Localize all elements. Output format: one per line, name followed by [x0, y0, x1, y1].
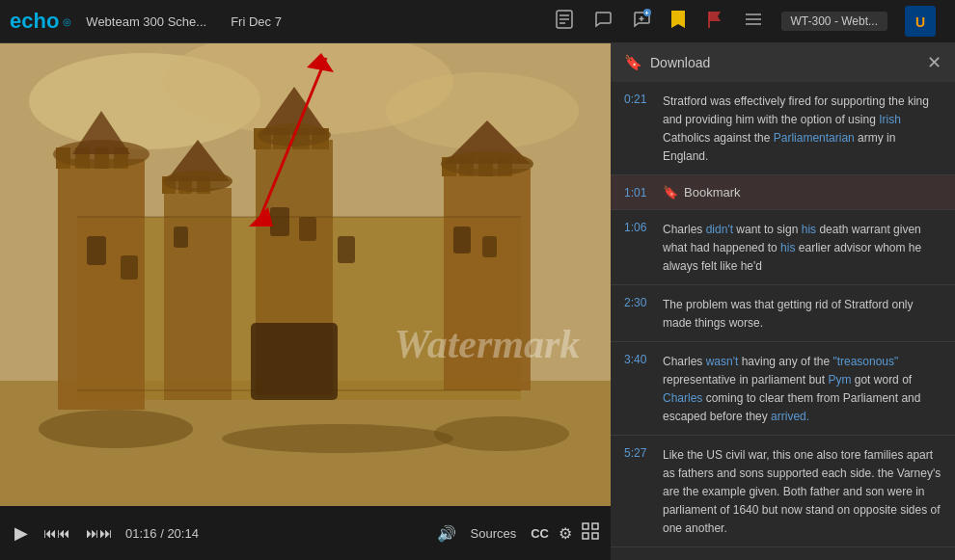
- svg-rect-67: [583, 533, 588, 539]
- item-content: 🔖 Bookmark: [663, 185, 941, 200]
- timeline-item-bookmark[interactable]: 1:01 🔖 Bookmark: [611, 175, 955, 210]
- settings-button[interactable]: ⚙: [559, 524, 572, 543]
- svg-rect-66: [592, 523, 598, 529]
- video-controls: ▶ ⏮⏮ ⏭⏭ 01:16 / 20:14 🔊 Sources CC ⚙: [0, 506, 611, 560]
- item-text: Like the US civil war, this one also tor…: [663, 448, 941, 535]
- timestamp: 5:27: [624, 445, 651, 537]
- timeline-item[interactable]: 5:27 Like the US civil war, this one als…: [611, 436, 955, 547]
- timeline-item[interactable]: 7:15 Edmund Varney carried Charles' pers…: [611, 547, 955, 560]
- item-text: Stratford was effectively fired for supp…: [663, 94, 929, 163]
- video-frame: Watermark: [0, 43, 611, 506]
- timestamp: 1:06: [624, 220, 651, 275]
- timeline-list: 0:21 Stratford was effectively fired for…: [611, 82, 955, 560]
- timestamp: 3:40: [624, 352, 651, 425]
- panel-close-button[interactable]: ✕: [927, 52, 941, 73]
- timestamp: 0:21: [624, 92, 651, 165]
- cc-button[interactable]: CC: [531, 526, 549, 541]
- echo-logo: echo ◎: [10, 9, 71, 34]
- panel-bookmark-icon: 🔖: [624, 54, 642, 71]
- video-area: Watermark ▶ ⏮⏮ ⏭⏭ 01:16 / 20:14 🔊 Source…: [0, 43, 611, 560]
- svg-rect-68: [592, 533, 598, 539]
- timeline-item[interactable]: 2:30 The problem was that getting rid of…: [611, 285, 955, 342]
- item-text: Charles didn't want to sign his death wa…: [663, 223, 921, 273]
- fullscreen-button[interactable]: [582, 522, 599, 544]
- item-content: Stratford was effectively fired for supp…: [663, 92, 941, 165]
- timestamp: 1:01: [624, 185, 651, 200]
- tab-label[interactable]: WT-300 - Webt...: [781, 12, 887, 31]
- timeline-item[interactable]: 3:40 Charles wasn't having any of the "t…: [611, 342, 955, 436]
- timestamp: 2:30: [624, 295, 651, 332]
- sources-button[interactable]: Sources: [466, 526, 522, 541]
- flag-icon[interactable]: [704, 9, 725, 35]
- header-icons: + WT-300 - Webt... U: [554, 6, 936, 37]
- bookmark-icon[interactable]: [669, 9, 687, 35]
- play-button[interactable]: ▶: [12, 522, 31, 544]
- timeline-item[interactable]: 0:21 Stratford was effectively fired for…: [611, 82, 955, 175]
- item-text: Charles wasn't having any of the "treaso…: [663, 355, 920, 423]
- header-date: Fri Dec 7: [231, 14, 282, 29]
- item-content: Charles wasn't having any of the "treaso…: [663, 352, 941, 425]
- timeline-item[interactable]: 1:06 Charles didn't want to sign his dea…: [611, 210, 955, 285]
- forward-button[interactable]: ⏭⏭: [83, 525, 116, 541]
- svg-rect-64: [0, 43, 611, 506]
- svg-text:+: +: [644, 10, 648, 16]
- panel-header: 🔖 Download ✕: [611, 43, 955, 82]
- svg-text:U: U: [915, 14, 925, 30]
- volume-icon[interactable]: 🔊: [437, 524, 456, 543]
- bookmark-text: Bookmark: [684, 185, 741, 200]
- list-icon[interactable]: [743, 9, 764, 35]
- course-title: Webteam 300 Sche...: [86, 14, 206, 29]
- main-content: Watermark ▶ ⏮⏮ ⏭⏭ 01:16 / 20:14 🔊 Source…: [0, 43, 955, 560]
- rewind-button[interactable]: ⏮⏮: [41, 525, 73, 541]
- bookmark-label: 🔖 Bookmark: [663, 185, 941, 200]
- item-content: Like the US civil war, this one also tor…: [663, 445, 941, 537]
- avatar: U: [905, 6, 936, 37]
- add-comment-icon[interactable]: +: [631, 9, 652, 35]
- app-header: echo ◎ Webteam 300 Sche... Fri Dec 7 + W…: [0, 0, 955, 43]
- item-text: The problem was that getting rid of Stra…: [663, 298, 913, 330]
- time-display: 01:16 / 20:14: [125, 526, 199, 541]
- side-panel: 🔖 Download ✕ 0:21 Stratford was effectiv…: [611, 43, 955, 560]
- panel-title: Download: [650, 55, 919, 70]
- item-content: Charles didn't want to sign his death wa…: [663, 220, 941, 275]
- notes-icon[interactable]: [554, 9, 575, 35]
- chat-icon[interactable]: [592, 9, 614, 35]
- bookmark-flag-icon: 🔖: [663, 185, 678, 200]
- svg-rect-65: [583, 523, 588, 529]
- item-content: The problem was that getting rid of Stra…: [663, 295, 941, 332]
